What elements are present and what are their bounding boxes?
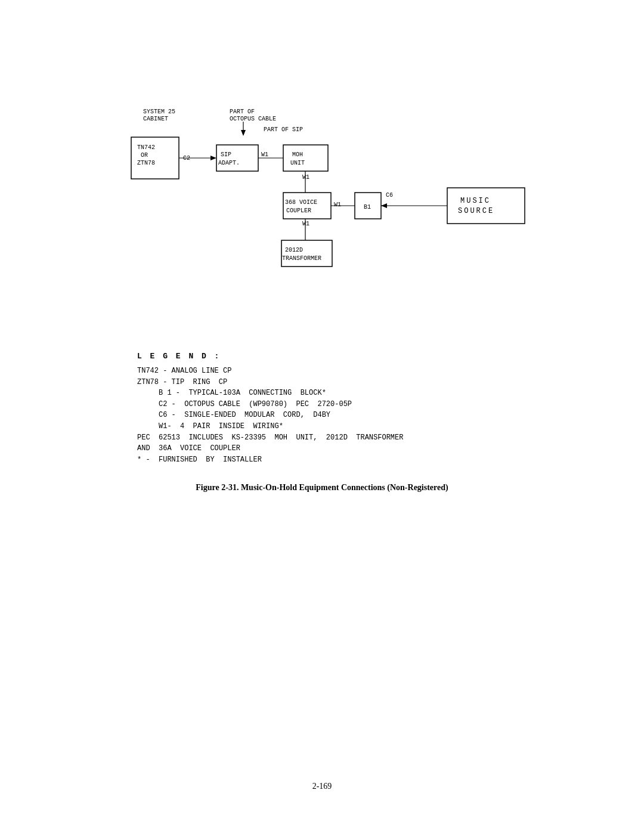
legend-item-7: PEC 62513 INCLUDES KS-23395 MOH UNIT, 20… xyxy=(137,432,507,444)
sip-adapt-label: SIP xyxy=(221,151,231,158)
legend-item-5: C6 - SINGLE-ENDED MODULAR CORD, D4BY xyxy=(137,410,507,421)
w1-moh-below-label: W1 xyxy=(302,174,309,181)
legend-item-1: TN742 - ANALOG LINE CP xyxy=(137,366,507,377)
legend-item-6: W1- 4 PAIR INSIDE WIRING* xyxy=(137,421,507,432)
sip-label: PART OF SIP xyxy=(264,126,303,133)
w1-sip-moh-label: W1 xyxy=(261,151,268,158)
unit-label: UNIT xyxy=(290,160,305,166)
legend-area: L E G E N D : TN742 - ANALOG LINE CP ZTN… xyxy=(137,352,507,465)
transformer-label-1: 2012D xyxy=(285,247,303,253)
page-number: 2-169 xyxy=(0,782,644,791)
b1-label: B1 xyxy=(364,204,371,210)
legend-item-9: * - FURNISHED BY INSTALLER xyxy=(137,454,507,466)
octopus-label: PART OF xyxy=(230,109,255,115)
svg-rect-14 xyxy=(447,188,525,224)
voice-coupler-label-1: 368 VOICE xyxy=(285,199,317,206)
page: SYSTEM 25 CABINET PART OF OCTOPUS CABLE … xyxy=(0,0,644,827)
legend-item-2: ZTN78 - TIP RING CP xyxy=(137,377,507,388)
voice-coupler-label-2: COUPLER xyxy=(286,207,311,214)
adapt-label: ADAPT. xyxy=(218,160,240,166)
legend-item-4: C2 - OCTOPUS CABLE (WP90780) PEC 2720-05… xyxy=(137,399,507,410)
w1-coupler-right-label: W1 xyxy=(334,202,341,208)
legend-item-3: B 1 - TYPICAL-103A CONNECTING BLOCK* xyxy=(137,388,507,399)
legend-item-8: AND 36A VOICE COUPLER xyxy=(137,443,507,454)
legend-content: TN742 - ANALOG LINE CP ZTN78 - TIP RING … xyxy=(137,366,507,465)
music-label: MUSIC xyxy=(460,197,491,205)
svg-rect-7 xyxy=(283,145,328,171)
svg-rect-2 xyxy=(131,137,179,179)
figure-caption: Figure 2-31. Music-On-Hold Equipment Con… xyxy=(0,483,644,493)
ztn78-label: ZTN78 xyxy=(137,160,155,166)
svg-rect-9 xyxy=(283,193,331,219)
or-label: OR xyxy=(141,152,148,159)
svg-marker-13 xyxy=(381,203,387,208)
system25-label: SYSTEM 25 xyxy=(143,109,175,115)
cabinet-label: CABINET xyxy=(143,116,168,122)
source-label: SOURCE xyxy=(458,207,494,215)
tn742-label: TN742 xyxy=(137,144,155,151)
c6-label: C6 xyxy=(386,192,393,199)
svg-marker-1 xyxy=(241,130,246,136)
w1-coupler-below-label: W1 xyxy=(302,221,309,227)
octopus-cable-label: OCTOPUS CABLE xyxy=(230,116,276,122)
svg-rect-16 xyxy=(281,240,332,267)
diagram-container: SYSTEM 25 CABINET PART OF OCTOPUS CABLE … xyxy=(107,95,537,322)
svg-rect-5 xyxy=(216,145,258,171)
svg-marker-4 xyxy=(210,156,216,160)
transformer-label-2: TRANSFORMER xyxy=(282,255,321,262)
moh-label: MOH xyxy=(292,151,303,158)
legend-title: L E G E N D : xyxy=(137,352,507,361)
